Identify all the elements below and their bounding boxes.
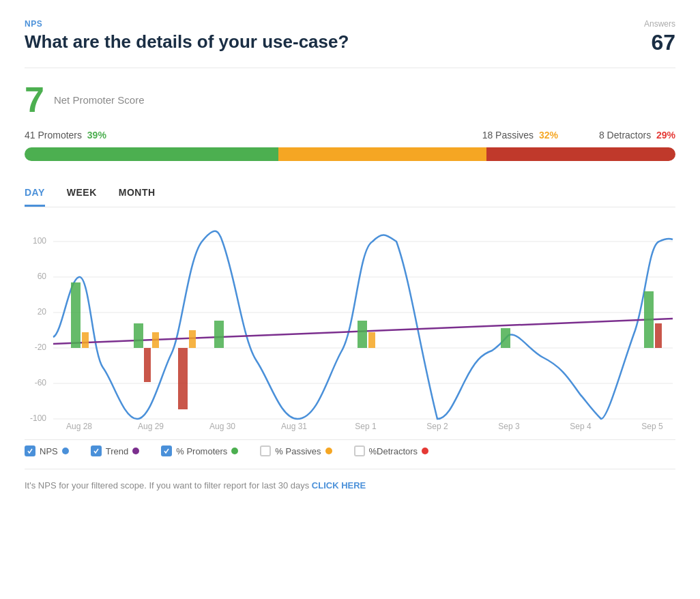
promoters-checkbox[interactable] [161, 445, 172, 456]
svg-text:Aug 31: Aug 31 [281, 422, 307, 431]
click-here-link[interactable]: CLICK HERE [312, 480, 366, 491]
detractors-bar [486, 147, 675, 161]
legend-detractors[interactable]: %Detractors [354, 445, 429, 456]
svg-text:Aug 28: Aug 28 [66, 422, 92, 431]
svg-text:100: 100 [33, 236, 46, 246]
tab-week[interactable]: WEEK [67, 180, 97, 207]
promoters-dot [231, 448, 238, 454]
bar-promoters-sep5 [644, 291, 654, 348]
svg-text:-100: -100 [30, 413, 46, 423]
legend-nps[interactable]: NPS [25, 445, 69, 456]
legend-trend[interactable]: Trend [91, 445, 139, 456]
svg-text:Sep 5: Sep 5 [641, 422, 663, 431]
passives-dot [325, 448, 332, 454]
bar-promoters-aug30 [214, 321, 224, 348]
chart-area: 100 60 20 -20 -60 -100 Aug 28 Aug 29 Aug… [25, 214, 675, 433]
svg-text:Sep 3: Sep 3 [498, 422, 520, 431]
answers-label: Answers [644, 19, 675, 29]
nps-score: 7 [25, 82, 44, 117]
bar-detractors-aug29 [144, 348, 151, 382]
svg-text:Aug 30: Aug 30 [209, 422, 235, 431]
trend-dot [132, 448, 139, 454]
passives-pct: 32% [539, 130, 558, 141]
nps-dot [62, 448, 69, 454]
passives-checkbox[interactable] [260, 445, 271, 456]
time-tabs: DAY WEEK MONTH [25, 180, 675, 207]
header-right: Answers 67 [644, 19, 675, 55]
legend-nps-label: NPS [40, 446, 58, 456]
stats-row: 41 Promoters 39% 18 Passives 32% 8 Detra… [25, 130, 675, 141]
trend-checkbox[interactable] [91, 445, 102, 456]
svg-text:-20: -20 [35, 342, 47, 352]
chart-legend: NPS Trend % Promoters % Passives %Detrac… [25, 439, 675, 456]
bar-promoters-sep3 [501, 328, 510, 348]
score-section: 7 Net Promoter Score [25, 82, 675, 117]
nps-checkbox[interactable] [25, 445, 35, 456]
answers-count: 67 [644, 30, 675, 55]
legend-passives-label: % Passives [275, 446, 321, 456]
nps-label: NPS [25, 19, 349, 29]
page-header: NPS What are the details of your use-cas… [25, 19, 675, 55]
detractors-pct: 29% [656, 130, 675, 141]
legend-promoters-label: % Promoters [176, 446, 227, 456]
score-label: Net Promoter Score [54, 94, 145, 106]
bar-promoters-aug28 [71, 282, 81, 348]
chart-svg: 100 60 20 -20 -60 -100 Aug 28 Aug 29 Aug… [25, 214, 675, 433]
promoters-pct: 39% [87, 130, 106, 141]
page-title: What are the details of your use-case? [25, 31, 349, 53]
tab-month[interactable]: MONTH [119, 180, 156, 207]
bar-passives-aug29 [152, 332, 159, 348]
bar-detractors-sep5 [655, 323, 662, 348]
svg-text:-60: -60 [35, 378, 47, 388]
promoters-stat: 41 Promoters 39% [25, 130, 106, 141]
passives-stat: 18 Passives 32% [482, 130, 558, 141]
footer: It's NPS for your filtered scope. If you… [25, 469, 675, 491]
svg-text:20: 20 [38, 307, 47, 317]
svg-text:60: 60 [38, 272, 47, 281]
legend-passives[interactable]: % Passives [260, 445, 332, 456]
header-divider [25, 68, 675, 68]
header-left: NPS What are the details of your use-cas… [25, 19, 349, 53]
legend-trend-label: Trend [106, 446, 128, 456]
svg-text:Aug 29: Aug 29 [138, 422, 164, 431]
bar-passives-aug28 [82, 332, 89, 348]
bar-promoters-aug29a [134, 323, 143, 348]
promoters-bar [25, 147, 278, 161]
svg-text:Sep 2: Sep 2 [426, 422, 448, 431]
footer-text: It's NPS for your filtered scope. If you… [25, 480, 312, 491]
detractors-checkbox[interactable] [354, 445, 365, 456]
bar-promoters-sep1 [358, 321, 367, 348]
tab-day[interactable]: DAY [25, 180, 45, 207]
detractors-stat: 8 Detractors 29% [599, 130, 675, 141]
bar-passives-aug29b [189, 330, 196, 348]
nps-progress-bar [25, 147, 675, 161]
svg-text:Sep 4: Sep 4 [570, 422, 592, 431]
bar-detractors-aug29b [178, 348, 188, 409]
legend-promoters[interactable]: % Promoters [161, 445, 238, 456]
detractors-dot [422, 448, 428, 454]
bar-passives-sep1 [368, 332, 375, 348]
legend-detractors-label: %Detractors [369, 446, 418, 456]
passives-bar [278, 147, 486, 161]
svg-text:Sep 1: Sep 1 [355, 422, 377, 431]
